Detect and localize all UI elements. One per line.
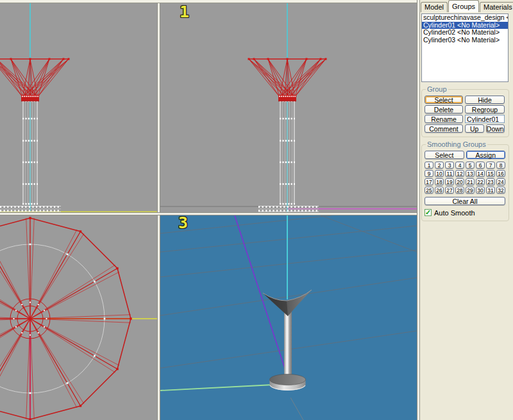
rename-button[interactable]: Rename [425, 115, 463, 123]
group-buttons: Select Hide Delete Regroup Rename Commen… [422, 90, 509, 137]
smoothing-group-20-button[interactable]: 20 [455, 178, 464, 185]
smoothing-group-29-button[interactable]: 29 [466, 187, 475, 194]
viewport-label-3: 3 [178, 215, 188, 231]
smoothing-select-button[interactable]: Select [425, 151, 464, 159]
smoothing-group-19-button[interactable]: 19 [445, 178, 454, 185]
smoothing-group-32-button[interactable]: 32 [496, 187, 505, 194]
viewport-3d[interactable]: 3 [160, 215, 417, 420]
list-item[interactable]: sculpturechinavase_design <No Mater [422, 14, 508, 22]
smoothing-group-13-button[interactable]: 13 [466, 170, 475, 177]
delete-button[interactable]: Delete [425, 105, 463, 113]
smoothing-group-9-button[interactable]: 9 [425, 170, 433, 177]
viewport-front[interactable] [0, 3, 157, 212]
viewport-label-1: 1 [180, 4, 189, 20]
horizontal-splitter[interactable] [0, 212, 417, 215]
smoothing-group-12-button[interactable]: 12 [455, 170, 464, 177]
smoothing-group-1-button[interactable]: 1 [425, 162, 433, 169]
tab-groups[interactable]: Groups [448, 0, 479, 12]
smoothing-group-26-button[interactable]: 26 [435, 187, 444, 194]
group-section-title: Group [426, 86, 448, 93]
smoothing-group-2-button[interactable]: 2 [435, 162, 444, 169]
smoothing-group-14-button[interactable]: 14 [476, 170, 485, 177]
panel-tabs: ModelGroupsMaterialsJoints [420, 0, 513, 12]
smoothing-group-11-button[interactable]: 11 [445, 170, 454, 177]
smoothing-group-7-button[interactable]: 7 [486, 162, 495, 169]
tab-model[interactable]: Model [421, 2, 448, 12]
auto-smooth-checkbox[interactable]: ✓ [425, 209, 432, 216]
smoothing-group-4-button[interactable]: 4 [455, 162, 464, 169]
side-panel: ModelGroupsMaterialsJoints sculpturechin… [420, 0, 513, 420]
down-button[interactable]: Down [486, 124, 505, 133]
app-window: 1 3 ModelGroupsMaterialsJoints sculpture… [0, 0, 513, 420]
smoothing-group-28-button[interactable]: 28 [455, 187, 464, 194]
smoothing-groups-section: Smoothing Groups Select Assign 123456789… [421, 144, 509, 221]
list-item[interactable]: Cylinder01 <No Material> [422, 22, 508, 29]
smoothing-group-16-button[interactable]: 16 [496, 170, 505, 177]
smoothing-group-30-button[interactable]: 30 [476, 187, 485, 194]
vertical-splitter[interactable] [157, 3, 160, 420]
updown-buttons: Up Down [465, 124, 505, 133]
list-item[interactable]: Cylinder03 <No Material> [422, 37, 508, 44]
smoothing-group-6-button[interactable]: 6 [476, 162, 485, 169]
front-view-wireframe [0, 3, 157, 212]
viewport-side[interactable]: 1 [160, 3, 417, 212]
checkmark-icon: ✓ [425, 210, 431, 215]
viewport-top[interactable] [0, 215, 157, 420]
smoothing-group-grid: 1234567891011121314151617181920212223242… [425, 162, 505, 194]
comment-button[interactable]: Comment [425, 124, 463, 133]
smoothing-group-21-button[interactable]: 21 [466, 178, 475, 185]
smoothing-section-title: Smoothing Groups [426, 141, 487, 148]
regroup-button[interactable]: Regroup [465, 105, 505, 113]
rename-input[interactable] [465, 115, 505, 123]
clear-all-button[interactable]: Clear All [425, 197, 505, 205]
smoothing-group-18-button[interactable]: 18 [435, 178, 444, 185]
assign-button[interactable]: Assign [466, 151, 506, 159]
tab-materials[interactable]: Materials [480, 2, 513, 12]
select-button[interactable]: Select [425, 96, 463, 104]
up-button[interactable]: Up [465, 124, 484, 133]
smoothing-group-10-button[interactable]: 10 [435, 170, 444, 177]
smoothing-group-27-button[interactable]: 27 [445, 187, 454, 194]
auto-smooth-label: Auto Smooth [434, 209, 475, 217]
smoothing-group-5-button[interactable]: 5 [466, 162, 475, 169]
smoothing-group-17-button[interactable]: 17 [425, 178, 433, 185]
smoothing-group-23-button[interactable]: 23 [486, 178, 495, 185]
smoothing-group-8-button[interactable]: 8 [496, 162, 505, 169]
group-section: Group Select Hide Delete Regroup Rename … [421, 89, 509, 137]
smoothing-group-15-button[interactable]: 15 [486, 170, 495, 177]
smoothing-group-22-button[interactable]: 22 [476, 178, 485, 185]
perspective-view-render [160, 215, 417, 420]
group-listbox[interactable]: sculpturechinavase_design <No MaterCylin… [421, 13, 509, 82]
hide-button[interactable]: Hide [465, 96, 505, 104]
smoothing-group-31-button[interactable]: 31 [486, 187, 495, 194]
smoothing-group-3-button[interactable]: 3 [445, 162, 454, 169]
smoothing-group-24-button[interactable]: 24 [496, 178, 505, 185]
top-view-wireframe [0, 215, 157, 420]
smoothing-group-25-button[interactable]: 25 [425, 187, 433, 194]
side-view-wireframe [160, 3, 417, 212]
list-item[interactable]: Cylinder02 <No Material> [422, 29, 508, 37]
